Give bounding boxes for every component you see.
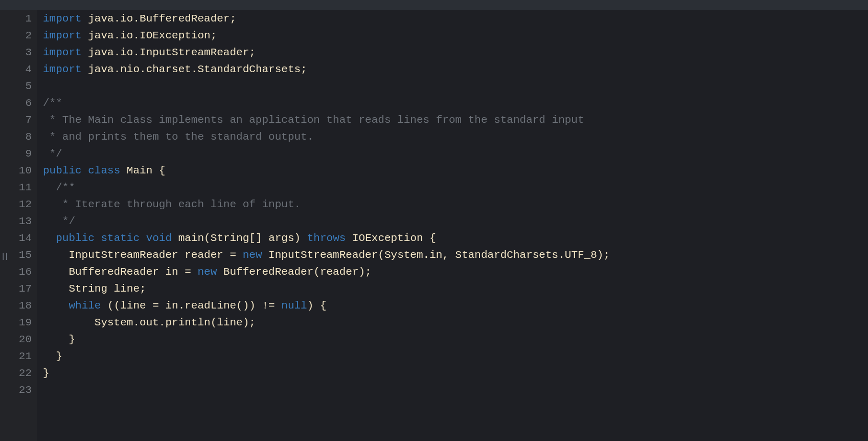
token-pl: BufferedReader in =	[43, 266, 197, 278]
token-cm: * and prints them to the standard output…	[43, 131, 313, 143]
code-line[interactable]: * and prints them to the standard output…	[43, 128, 868, 145]
code-line[interactable]	[43, 78, 868, 95]
token-cm: /**	[43, 97, 62, 109]
line-number: 12	[0, 196, 32, 213]
token-pl	[140, 232, 146, 244]
token-kw: static	[101, 232, 140, 244]
token-pl: ((line = in.readLine()) !=	[101, 300, 281, 312]
token-kw: public	[56, 232, 95, 244]
editor-topbar	[0, 0, 868, 10]
token-kw: class	[88, 165, 120, 177]
token-pl: }	[43, 350, 62, 362]
token-pl: IOException {	[346, 232, 436, 244]
line-number: 4	[0, 61, 32, 78]
line-number: 1	[0, 10, 32, 27]
token-kw: import	[43, 47, 82, 58]
token-cm: /**	[43, 182, 75, 193]
token-pl: java.io.BufferedReader;	[82, 13, 236, 25]
token-kw: new	[243, 249, 262, 261]
token-cm: */	[43, 215, 75, 227]
token-kw: public	[43, 165, 82, 177]
line-number: 6	[0, 95, 32, 112]
line-number: 17	[0, 280, 32, 297]
token-pl: System.out.println(line);	[43, 317, 256, 328]
token-pl: java.io.IOException;	[82, 30, 217, 41]
code-area[interactable]: import java.io.BufferedReader;import jav…	[37, 10, 868, 441]
token-kw: new	[197, 266, 217, 278]
line-number: 3	[0, 44, 32, 61]
token-cm: * Iterate through each line of input.	[43, 199, 301, 210]
token-pl: InputStreamReader reader =	[43, 249, 243, 261]
code-line[interactable]	[43, 382, 868, 399]
token-kw: while	[68, 300, 101, 312]
line-number: 8	[0, 128, 32, 145]
line-number: 22	[0, 365, 32, 382]
line-number: 19	[0, 314, 32, 331]
code-editor[interactable]: 1234567891011121314151617181920212223 im…	[0, 10, 868, 441]
token-kw: throws	[307, 232, 346, 244]
token-pl	[43, 232, 56, 244]
code-line[interactable]: public static void main(String[] args) t…	[43, 230, 868, 247]
code-line[interactable]: /**	[43, 179, 868, 196]
line-number: 16	[0, 263, 32, 280]
token-kw: import	[43, 13, 82, 25]
line-number: 20	[0, 331, 32, 348]
code-line[interactable]: * Iterate through each line of input.	[43, 196, 868, 213]
token-pl: java.nio.charset.StandardCharsets;	[82, 63, 307, 75]
token-kw: void	[146, 232, 172, 244]
token-cm: * The Main class implements an applicati…	[43, 114, 584, 126]
code-line[interactable]: }	[43, 348, 868, 365]
code-line[interactable]: */	[43, 213, 868, 230]
code-line[interactable]: import java.nio.charset.StandardCharsets…	[43, 61, 868, 78]
line-number: 13	[0, 213, 32, 230]
code-line[interactable]: /**	[43, 95, 868, 112]
code-line[interactable]: }	[43, 365, 868, 382]
token-pl: main(String[] args)	[172, 232, 307, 244]
code-line[interactable]: InputStreamReader reader = new InputStre…	[43, 247, 868, 263]
code-line[interactable]: import java.io.IOException;	[43, 27, 868, 44]
pane-resize-handle[interactable]: ||	[1, 248, 8, 265]
token-pl: ) {	[307, 300, 327, 312]
token-pl: }	[43, 334, 75, 345]
code-line[interactable]: System.out.println(line);	[43, 314, 868, 331]
token-pl: }	[43, 367, 50, 379]
token-pl	[95, 232, 101, 244]
token-kw: null	[281, 300, 307, 312]
code-line[interactable]: String line;	[43, 280, 868, 297]
token-pl: java.io.InputStreamReader;	[82, 47, 256, 58]
token-pl: String line;	[43, 283, 146, 295]
token-kw: import	[43, 63, 82, 75]
line-number: 9	[0, 145, 32, 162]
token-pl	[82, 165, 88, 177]
code-line[interactable]: while ((line = in.readLine()) != null) {	[43, 297, 868, 314]
line-number: 7	[0, 112, 32, 128]
code-line[interactable]: * The Main class implements an applicati…	[43, 112, 868, 128]
line-number: 10	[0, 162, 32, 179]
line-number: 14	[0, 230, 32, 247]
line-number: 21	[0, 348, 32, 365]
line-number: 18	[0, 297, 32, 314]
code-line[interactable]: BufferedReader in = new BufferedReader(r…	[43, 263, 868, 280]
code-line[interactable]: }	[43, 331, 868, 348]
token-pl: InputStreamReader(System.in, StandardCha…	[262, 249, 610, 261]
line-number: 2	[0, 27, 32, 44]
token-pl: BufferedReader(reader);	[217, 266, 371, 278]
line-number: 23	[0, 382, 32, 399]
code-line[interactable]: */	[43, 145, 868, 162]
code-line[interactable]: import java.io.BufferedReader;	[43, 10, 868, 27]
code-line[interactable]: public class Main {	[43, 162, 868, 179]
line-number-gutter: 1234567891011121314151617181920212223	[0, 10, 37, 441]
line-number: 5	[0, 78, 32, 95]
token-pl	[43, 300, 68, 312]
code-line[interactable]: import java.io.InputStreamReader;	[43, 44, 868, 61]
token-cm: */	[43, 148, 62, 160]
line-number: 11	[0, 179, 32, 196]
token-pl: Main {	[120, 165, 165, 177]
token-kw: import	[43, 30, 82, 41]
